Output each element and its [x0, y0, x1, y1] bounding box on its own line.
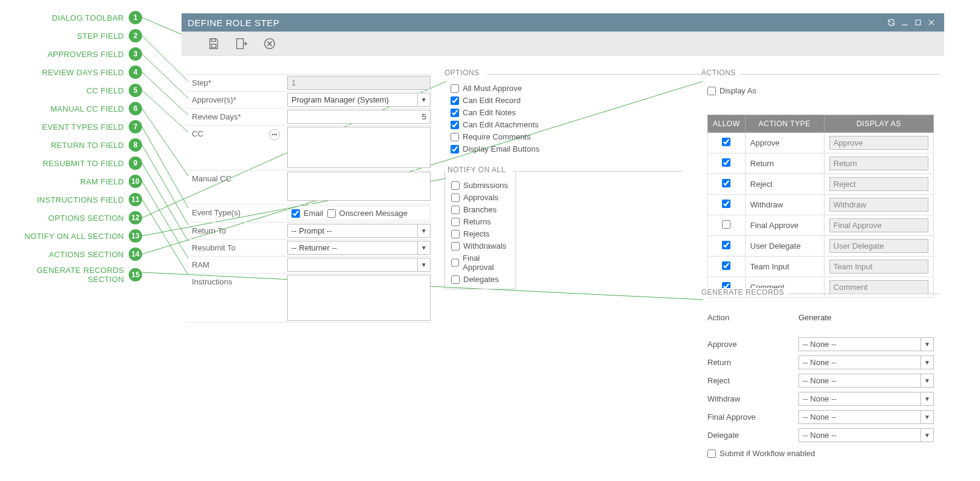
- allow-checkbox[interactable]: [722, 200, 730, 208]
- generate-row: Withdraw▼: [707, 389, 934, 408]
- svg-line-8: [142, 163, 188, 241]
- display-as-input[interactable]: [829, 218, 928, 232]
- chevron-down-icon[interactable]: ▼: [920, 355, 934, 369]
- option-row: Require Comments: [451, 132, 560, 141]
- option-checkbox[interactable]: [451, 96, 459, 105]
- svg-line-3: [142, 72, 188, 115]
- generate-combo[interactable]: [798, 410, 920, 424]
- onscreen-checkbox[interactable]: [327, 209, 336, 218]
- return-to-combo[interactable]: [287, 224, 417, 238]
- generate-combo[interactable]: [798, 374, 920, 388]
- generate-combo[interactable]: [798, 392, 920, 406]
- notify-checkbox[interactable]: [451, 242, 460, 251]
- generate-combo[interactable]: [798, 428, 920, 442]
- minimize-button[interactable]: [898, 16, 911, 29]
- display-as-input[interactable]: [829, 198, 928, 212]
- notify-checkbox[interactable]: [451, 258, 459, 267]
- chevron-down-icon[interactable]: ▼: [417, 93, 430, 107]
- generate-row: Approve▼: [707, 335, 934, 353]
- actions-section: ACTIONS Display As ALLOW ACTION TYPE DIS…: [701, 74, 940, 303]
- display-as-input[interactable]: [829, 260, 928, 274]
- generate-label: Delegate: [707, 431, 798, 440]
- display-as-input[interactable]: [829, 156, 928, 170]
- chevron-down-icon[interactable]: ▼: [920, 374, 934, 388]
- dialog-titlebar[interactable]: DEFINE ROLE STEP: [182, 13, 944, 32]
- gen-action-label: Action: [707, 313, 798, 322]
- allow-checkbox[interactable]: [722, 220, 730, 229]
- svg-line-9: [142, 181, 188, 258]
- step-input[interactable]: [287, 76, 430, 90]
- dialog-toolbar: [182, 32, 944, 56]
- action-type-cell: Team Input: [745, 257, 824, 277]
- col-allow: ALLOW: [708, 115, 746, 133]
- allow-checkbox[interactable]: [722, 138, 730, 146]
- chevron-down-icon[interactable]: ▼: [417, 241, 430, 255]
- option-checkbox[interactable]: [451, 145, 459, 153]
- chevron-down-icon[interactable]: ▼: [417, 224, 430, 238]
- generate-label: Withdraw: [707, 394, 798, 403]
- resubmit-to-combo[interactable]: [287, 241, 417, 255]
- allow-checkbox[interactable]: [722, 158, 730, 167]
- option-checkbox[interactable]: [451, 84, 459, 93]
- display-as-input[interactable]: [829, 136, 928, 150]
- instructions-input[interactable]: [287, 275, 430, 321]
- notify-checkbox[interactable]: [451, 193, 460, 202]
- save-icon[interactable]: [206, 36, 222, 52]
- chevron-down-icon[interactable]: ▼: [920, 410, 934, 424]
- review-days-input[interactable]: [287, 110, 430, 124]
- action-type-cell: Return: [745, 153, 824, 174]
- manual-cc-field: Manual CC: [186, 170, 432, 204]
- notify-label: Returns: [463, 217, 491, 226]
- display-as-input[interactable]: [829, 239, 928, 253]
- refresh-icon[interactable]: [885, 16, 898, 29]
- option-checkbox[interactable]: [451, 133, 459, 141]
- chevron-down-icon[interactable]: ▼: [920, 392, 934, 406]
- display-as-checkbox[interactable]: [707, 87, 716, 95]
- more-icon[interactable]: •••: [269, 129, 280, 140]
- display-as-input[interactable]: [829, 177, 928, 191]
- allow-checkbox[interactable]: [722, 179, 730, 187]
- approvers-field: Approver(s)* ▼: [186, 91, 432, 108]
- generate-legend: GENERATE RECORDS: [701, 288, 788, 297]
- notify-checkbox[interactable]: [451, 181, 460, 190]
- table-row: Final Approve: [708, 215, 934, 236]
- chevron-down-icon[interactable]: ▼: [417, 258, 430, 272]
- allow-checkbox[interactable]: [722, 241, 730, 249]
- generate-combo[interactable]: [798, 355, 920, 369]
- maximize-button[interactable]: [911, 16, 925, 29]
- notify-row: Withdrawals: [451, 241, 509, 251]
- notify-checkbox[interactable]: [451, 275, 460, 284]
- generate-combo[interactable]: [798, 337, 920, 351]
- notify-checkbox[interactable]: [451, 230, 460, 238]
- actions-legend: ACTIONS: [701, 69, 740, 77]
- chevron-down-icon[interactable]: ▼: [920, 337, 934, 351]
- notify-checkbox[interactable]: [451, 206, 460, 214]
- submit-workflow-checkbox[interactable]: [707, 449, 716, 458]
- save-close-icon[interactable]: [234, 36, 250, 52]
- allow-checkbox[interactable]: [722, 261, 730, 270]
- generate-label: Return: [707, 358, 798, 367]
- ram-combo[interactable]: [287, 258, 417, 272]
- generate-row: Delegate▼: [707, 426, 934, 444]
- cancel-icon[interactable]: [262, 36, 277, 52]
- notify-label: Rejects: [463, 229, 489, 238]
- action-type-cell: Approve: [745, 133, 824, 153]
- notify-checkbox[interactable]: [451, 218, 460, 226]
- manual-cc-input[interactable]: [287, 172, 430, 201]
- options-section: OPTIONS All Must ApproveCan Edit RecordC…: [444, 74, 566, 158]
- generate-label: Reject: [707, 376, 798, 385]
- svg-rect-19: [211, 38, 215, 41]
- option-checkbox[interactable]: [451, 121, 459, 129]
- cc-input[interactable]: [287, 127, 430, 168]
- approvers-combo[interactable]: [287, 93, 417, 107]
- step-field: Step*: [186, 74, 432, 91]
- notify-label: Branches: [463, 205, 497, 214]
- close-button[interactable]: [925, 16, 938, 29]
- chevron-down-icon[interactable]: ▼: [920, 428, 934, 442]
- generate-label: Final Approve: [707, 412, 798, 422]
- option-label: Require Comments: [463, 132, 531, 141]
- svg-rect-21: [237, 38, 243, 49]
- option-checkbox[interactable]: [451, 109, 459, 117]
- display-as-input[interactable]: [829, 280, 928, 294]
- email-checkbox[interactable]: [291, 209, 300, 218]
